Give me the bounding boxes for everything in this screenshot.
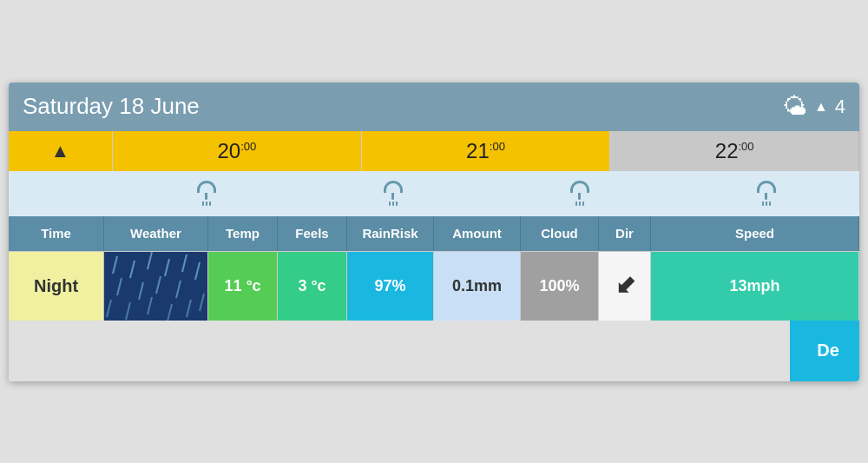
col-header-temp: Temp	[208, 216, 278, 251]
header-number: 4	[835, 96, 845, 118]
time-bar: ▲ 20:00 21:00 22:00	[9, 131, 859, 171]
rain-drop	[769, 202, 771, 206]
time-value: Night	[34, 276, 78, 296]
time-cell-22: 22:00	[610, 131, 859, 171]
rain-drop	[389, 202, 391, 206]
umbrella-handle	[205, 193, 207, 200]
rain-drop	[209, 202, 211, 206]
icon-cell-2	[299, 181, 486, 206]
rain-svg	[104, 252, 207, 321]
rain-drop	[396, 202, 398, 206]
cell-amount: 0.1mm	[434, 251, 521, 321]
header-right: 🌤 ▲ 4	[783, 92, 845, 121]
app-container: Saturday 18 June 🌤 ▲ 4 ▲ 20:00 21:00 22:…	[9, 83, 859, 381]
rain-drop	[579, 202, 581, 206]
rain-animation	[104, 252, 207, 321]
speed-value: 13mph	[729, 277, 779, 295]
dir-value: ⬇	[608, 268, 642, 303]
col-header-feels: Feels	[278, 216, 347, 251]
icon-row	[9, 171, 859, 216]
detail-button[interactable]: De	[790, 321, 859, 381]
bottom-bar: De	[9, 321, 859, 381]
umbrella-top	[757, 181, 776, 193]
col-header-time: Time	[9, 216, 104, 251]
icon-cell-3	[486, 181, 673, 206]
cell-temp: 11 °c	[208, 251, 278, 321]
col-header-amount: Amount	[434, 216, 521, 251]
page-title: Saturday 18 June	[23, 93, 200, 120]
col-header-weather: Weather	[104, 216, 208, 251]
rain-drops	[762, 202, 771, 206]
sun-icon: 🌤	[783, 92, 807, 121]
rain-drop	[575, 202, 577, 206]
col-header-rainrisk: RainRisk	[347, 216, 434, 251]
umbrella-top	[570, 181, 589, 193]
umbrella-icon-1	[197, 181, 216, 206]
cell-dir: ⬇	[599, 251, 651, 321]
rainrisk-value: 97%	[374, 277, 405, 295]
column-header-row: Time Weather Temp Feels RainRisk Amount …	[9, 216, 859, 251]
header-arrow: ▲	[814, 99, 828, 115]
col-header-cloud: Cloud	[521, 216, 599, 251]
cell-weather	[104, 251, 208, 321]
umbrella-top	[384, 181, 403, 193]
umbrella-icon-4	[757, 181, 776, 206]
rain-drop	[582, 202, 584, 206]
time-label-22: 22:00	[715, 139, 754, 163]
cell-cloud: 100%	[521, 251, 599, 321]
icon-cell-4	[673, 181, 859, 206]
cloud-value: 100%	[539, 277, 579, 295]
rain-drops	[389, 202, 398, 206]
rain-drop	[762, 202, 764, 206]
time-label-20: 20:00	[217, 139, 256, 163]
data-row-night: Night	[9, 251, 859, 321]
cell-feels: 3 °c	[278, 251, 347, 321]
rain-drops	[202, 202, 211, 206]
umbrella-handle	[578, 193, 581, 200]
rain-drop	[392, 202, 394, 206]
umbrella-handle	[391, 193, 394, 200]
col-header-dir: Dir	[599, 216, 651, 251]
rain-drops	[575, 202, 584, 206]
rain-drop	[202, 202, 204, 206]
header-row: Saturday 18 June 🌤 ▲ 4	[9, 83, 859, 131]
cell-speed: 13mph	[651, 251, 859, 321]
rain-drop	[766, 202, 767, 206]
cell-time: Night	[9, 251, 104, 321]
time-cell-21: 21:00	[362, 131, 611, 171]
time-label-21: 21:00	[466, 139, 505, 163]
rain-drop	[206, 202, 207, 206]
umbrella-icon-2	[384, 181, 403, 206]
temp-value: 11 °c	[224, 277, 260, 295]
time-cell-20: 20:00	[113, 131, 362, 171]
umbrella-icon-3	[570, 181, 589, 206]
amount-value: 0.1mm	[452, 277, 502, 295]
icon-cell-1	[113, 181, 299, 206]
umbrella-top	[197, 181, 216, 193]
col-header-speed: Speed	[651, 216, 859, 251]
feels-value: 3 °c	[298, 277, 326, 295]
cell-rainrisk: 97%	[347, 251, 434, 321]
time-arrow-icon: ▲	[51, 140, 70, 162]
umbrella-handle	[765, 193, 767, 200]
time-arrow-cell: ▲	[9, 131, 113, 171]
